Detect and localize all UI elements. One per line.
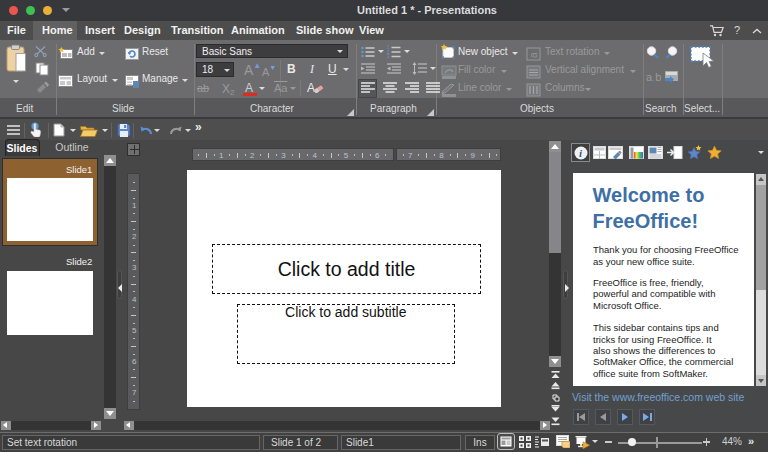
svg-text:a: a	[528, 52, 539, 58]
svg-text:3: 3	[387, 54, 390, 58]
